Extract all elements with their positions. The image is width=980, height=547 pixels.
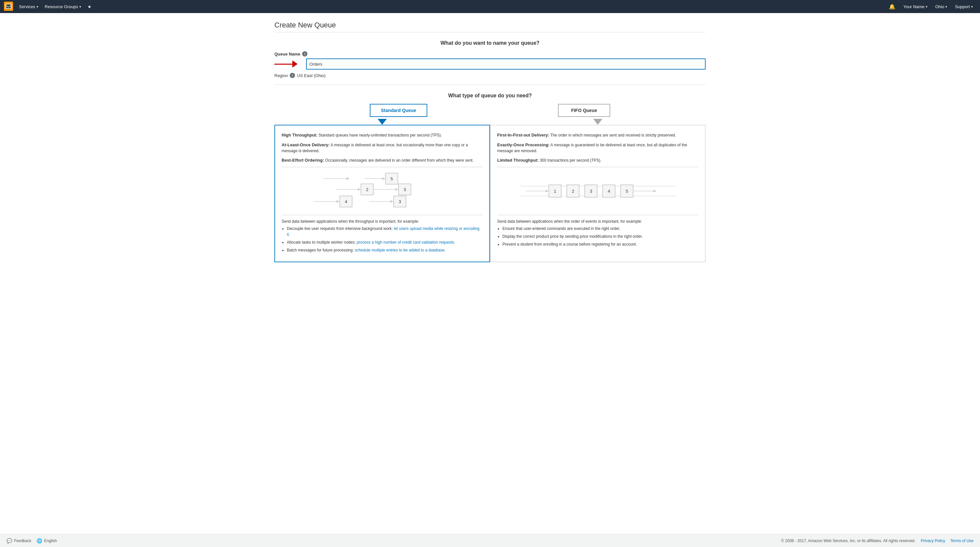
queue-type-question: What type of queue do you need? [274,93,706,99]
services-chevron-icon: ▾ [37,5,38,8]
fifo-queue-diagram: 1 2 3 4 5 [497,170,698,212]
svg-text:4: 4 [345,199,347,204]
fifo-diagram-top-divider [497,167,698,167]
queue-name-section: What do you want to name your queue? Que… [274,40,706,78]
arrow-indicator [274,60,298,68]
standard-link-1[interactable]: let users upload media while resizing or… [287,226,480,237]
copyright-text: © 2008 - 2017, Amazon Web Services, Inc.… [781,539,915,543]
svg-marker-17 [336,200,340,203]
standard-link-2[interactable]: process a high number of credit card val… [357,240,455,245]
standard-link-3[interactable]: schedule multiple entries to be added to… [355,248,445,253]
region-chevron-icon: ▾ [945,5,947,8]
fifo-diagram-bottom-divider [497,215,698,215]
globe-icon: 🌐 [37,538,42,544]
standard-diagram-bottom-divider [282,215,483,215]
svg-text:3: 3 [399,199,401,204]
resource-groups-nav[interactable]: Resource Groups ▾ [41,0,84,13]
feedback-icon: 💬 [6,538,12,544]
standard-triangle-icon [378,119,387,125]
aws-logo[interactable]: ⬛ [4,2,13,12]
standard-bullet-3: Batch messages for future processing: sc… [287,247,483,253]
queue-cards-row: High Throughput: Standard queues have ne… [274,125,706,262]
feedback-item[interactable]: 💬 Feedback [6,538,31,544]
fifo-feature-3: Limited Throughput: 300 transactions per… [497,157,698,164]
fifo-queue-card: First-In-First-out Delivery: The order i… [490,125,706,262]
user-menu[interactable]: Your Name ▾ [900,0,931,13]
notifications-icon[interactable]: 🔔 [886,3,899,10]
queue-name-question: What do you want to name your queue? [274,40,706,46]
svg-marker-5 [382,177,385,180]
star-icon: ★ [88,4,91,9]
footer-right: © 2008 - 2017, Amazon Web Services, Inc.… [781,539,974,543]
nav-right-group: 🔔 Your Name ▾ Ohio ▾ Support ▾ [886,0,976,13]
language-label: English [44,539,57,543]
svg-text:5: 5 [390,177,393,181]
standard-diagram-svg: 5 2 3 4 [304,172,461,211]
queue-name-info-icon[interactable]: i [302,51,307,57]
standard-queue-diagram: 5 2 3 4 [282,170,483,212]
resource-groups-chevron-icon: ▾ [80,5,81,8]
standard-feature-3: Best-Effort Ordering: Occasionally, mess… [282,157,483,164]
region-row: Region i US East (Ohio) [274,73,706,78]
arrow-shaft [274,64,293,65]
queue-type-section: What type of queue do you need? Standard… [274,93,706,262]
svg-text:2: 2 [366,187,368,192]
footer-left: 💬 Feedback 🌐 English [6,538,57,544]
standard-feature-1: High Throughput: Standard queues have ne… [282,132,483,138]
svg-text:3: 3 [403,187,406,192]
svg-marker-39 [653,190,657,192]
standard-feature-2: At-Least-Once Delivery: A message is del… [282,142,483,154]
terms-of-use-link[interactable]: Terms of Use [950,539,974,543]
fifo-bullet-3: Prevent a student from enrolling in a co… [503,241,698,247]
standard-diagram-top-divider [282,167,483,167]
services-nav[interactable]: Services ▾ [16,0,41,13]
fifo-queue-button[interactable]: FIFO Queue [558,104,610,117]
queue-name-input[interactable] [306,59,706,70]
queue-name-label: Queue Name i [274,51,706,57]
language-item[interactable]: 🌐 English [37,538,57,544]
fifo-bullet-1: Ensure that user-entered commands are ex… [503,226,698,232]
favorites-nav[interactable]: ★ [84,0,95,13]
region-label: Region [274,73,288,78]
user-chevron-icon: ▾ [926,5,928,8]
fifo-footer-text: Send data between applications when the … [497,219,698,247]
fifo-feature-2: Exactly-Once Processing: A message is gu… [497,142,698,154]
fifo-diagram-svg: 1 2 3 4 5 [519,181,676,201]
privacy-policy-link[interactable]: Privacy Policy [921,539,945,543]
svg-marker-21 [390,200,394,203]
svg-text:3: 3 [590,189,592,194]
svg-text:4: 4 [608,189,610,194]
page-footer: 💬 Feedback 🌐 English © 2008 - 2017, Amaz… [0,534,980,547]
fifo-feature-1: First-In-First-out Delivery: The order i… [497,132,698,138]
support-menu[interactable]: Support ▾ [951,0,976,13]
standard-bullet-1: Decouple live user requests from intensi… [287,226,483,237]
section-divider [274,84,706,85]
standard-bullets: Decouple live user requests from intensi… [287,226,483,253]
title-divider [274,32,706,32]
standard-queue-card: High Throughput: Standard queues have ne… [274,125,490,262]
arrow-head [293,60,298,68]
svg-marker-13 [395,188,399,191]
standard-queue-button[interactable]: Standard Queue [370,104,427,117]
fifo-bullets: Ensure that user-entered commands are ex… [503,226,698,247]
region-value: US East (Ohio) [297,73,325,78]
triangle-indicators [274,117,706,125]
queue-name-input-wrapper [274,59,706,70]
feedback-label: Feedback [14,539,31,543]
page-title: Create New Queue [274,21,706,29]
support-chevron-icon: ▾ [971,5,973,8]
region-info-icon[interactable]: i [290,73,295,78]
main-content: Create New Queue What do you want to nam… [261,13,719,534]
queue-type-buttons: Standard Queue FIFO Queue [274,104,706,117]
fifo-bullet-2: Display the correct product price by sen… [503,234,698,239]
top-navigation: ⬛ Services ▾ Resource Groups ▾ ★ 🔔 Your … [0,0,980,13]
svg-text:1: 1 [554,189,556,194]
fifo-triangle-icon [593,119,602,125]
standard-bullet-2: Allocate tasks to multiple worker nodes:… [287,239,483,245]
svg-marker-9 [358,188,361,191]
region-menu[interactable]: Ohio ▾ [932,0,950,13]
standard-footer-text: Send data between applications when the … [282,219,483,253]
svg-text:2: 2 [572,189,574,194]
svg-marker-27 [546,190,549,192]
svg-text:5: 5 [625,189,628,194]
